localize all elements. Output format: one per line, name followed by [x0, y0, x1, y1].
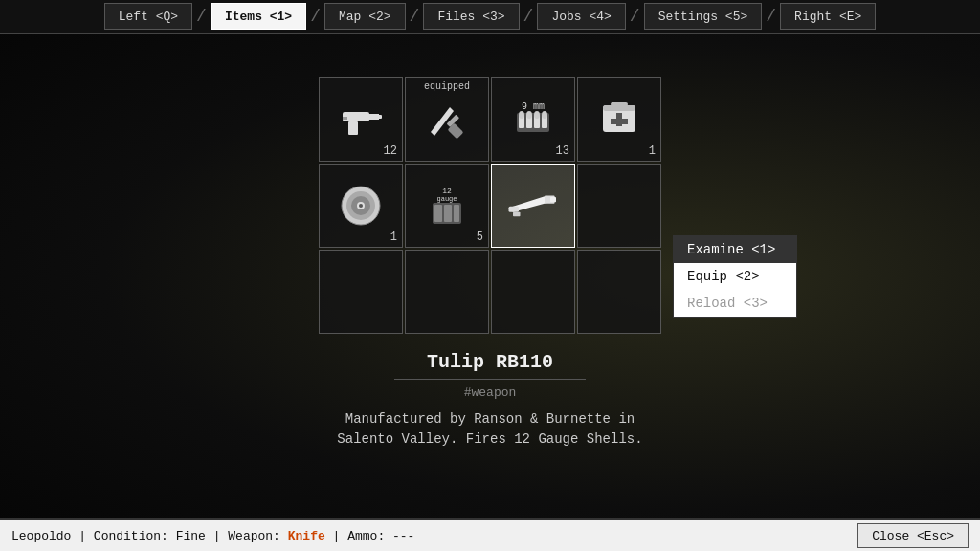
weapon-label: Weapon: [228, 529, 287, 543]
inventory-cell-5[interactable]: 12 gauge 5 [405, 164, 489, 248]
inventory-cell-6[interactable] [491, 164, 575, 248]
separator-1: | [78, 529, 94, 543]
shotgun-icon [507, 180, 559, 231]
close-button[interactable]: Close <Esc> [858, 523, 969, 548]
svg-rect-38 [550, 197, 556, 202]
character-name: Leopoldo [11, 529, 71, 543]
nav-sep-5: / [626, 8, 644, 25]
inventory-container: 12 equipped 9 mm [0, 34, 980, 518]
context-equip[interactable]: Equip <2> [674, 263, 796, 290]
svg-point-27 [359, 204, 363, 208]
ammo-value: --- [392, 529, 414, 543]
pistol-icon [335, 94, 387, 145]
nav-item-right[interactable]: Right <E> [780, 0, 876, 33]
equipped-label: equipped [424, 81, 470, 92]
context-reload: Reload <3> [674, 290, 796, 317]
svg-point-17 [542, 111, 547, 119]
knife-icon [421, 94, 473, 145]
nav-btn-map[interactable]: Map <2> [324, 3, 406, 30]
status-text: Leopoldo | Condition: Fine | Weapon: Kni… [11, 529, 414, 543]
inventory-cell-8[interactable] [319, 250, 403, 334]
inventory-cell-9[interactable] [405, 250, 489, 334]
nav-btn-items[interactable]: Items <1> [211, 3, 306, 30]
nav-sep-4: / [520, 8, 538, 25]
svg-rect-22 [611, 102, 628, 106]
svg-point-14 [519, 111, 524, 119]
svg-rect-21 [611, 119, 628, 124]
svg-text:9 mm: 9 mm [522, 101, 545, 112]
condition-label: Condition: [94, 529, 176, 543]
item-info: Tulip RB110 #weapon Manufactured by Rans… [318, 351, 662, 450]
cell-3-count: 1 [649, 144, 656, 158]
cd-icon [335, 180, 387, 231]
nav-item-jobs[interactable]: Jobs <4> [537, 0, 625, 33]
cell-4-count: 1 [390, 231, 397, 244]
nav-btn-files[interactable]: Files <3> [423, 3, 519, 30]
nav-item-map[interactable]: Map <2> [324, 0, 406, 33]
shells-icon: 12 gauge [421, 180, 473, 231]
separator-3: | [333, 529, 348, 543]
inventory-cell-1[interactable]: equipped [405, 77, 489, 162]
top-nav: Left <Q> / Items <1> / Map <2> / Files <… [0, 0, 980, 34]
nav-sep-2: / [306, 8, 324, 25]
nav-sep-3: / [406, 8, 424, 25]
item-name: Tulip RB110 [318, 351, 662, 373]
inventory-cell-7[interactable] [577, 164, 661, 248]
cell-5-count: 5 [477, 231, 483, 244]
inventory-cell-3[interactable]: 1 [577, 77, 661, 162]
nav-item-left[interactable]: Left <Q> [104, 0, 192, 33]
nav-btn-right[interactable]: Right <E> [780, 3, 876, 30]
svg-point-16 [534, 111, 540, 119]
item-divider [394, 379, 586, 380]
svg-rect-2 [348, 121, 358, 135]
ammo-9mm-icon: 9 mm [507, 94, 559, 145]
inventory-cell-0[interactable]: 12 [319, 77, 403, 162]
svg-rect-32 [444, 205, 452, 222]
svg-rect-31 [434, 205, 442, 222]
cell-2-count: 13 [556, 144, 569, 158]
item-description: Manufactured by Ranson & Burnette in Sal… [318, 409, 662, 450]
inventory-cell-2[interactable]: 9 mm 13 [491, 77, 575, 162]
nav-sep-6: / [762, 8, 780, 25]
svg-rect-3 [343, 117, 347, 120]
nav-btn-settings[interactable]: Settings <5> [644, 3, 763, 30]
nav-item-files[interactable]: Files <3> [423, 0, 519, 33]
separator-2: | [213, 529, 229, 543]
svg-rect-37 [513, 212, 521, 217]
cell-0-count: 12 [384, 144, 397, 158]
nav-sep-1: / [192, 8, 211, 25]
medkit-icon [593, 94, 645, 145]
bottom-status-bar: Leopoldo | Condition: Fine | Weapon: Kni… [0, 518, 980, 551]
svg-text:gauge: gauge [436, 195, 457, 203]
ammo-label: Ammo: [347, 529, 392, 543]
nav-btn-left[interactable]: Left <Q> [104, 3, 192, 30]
inventory-grid: 12 equipped 9 mm [319, 77, 661, 334]
nav-item-items[interactable]: Items <1> [211, 0, 306, 33]
svg-text:12: 12 [442, 187, 452, 195]
weapon-value: Knife [288, 529, 325, 543]
nav-item-settings[interactable]: Settings <5> [644, 0, 763, 33]
condition-value: Fine [176, 529, 206, 543]
inventory-cell-4[interactable]: 1 [319, 164, 403, 248]
svg-rect-33 [454, 205, 459, 222]
svg-rect-36 [509, 207, 520, 212]
item-tag: #weapon [318, 386, 662, 400]
svg-point-15 [526, 111, 532, 119]
svg-rect-1 [369, 114, 379, 120]
context-examine[interactable]: Examine <1> [674, 236, 796, 263]
inventory-cell-11[interactable] [577, 250, 661, 334]
context-menu: Examine <1> Equip <2> Reload <3> [673, 235, 797, 318]
inventory-cell-10[interactable] [491, 250, 575, 334]
nav-btn-jobs[interactable]: Jobs <4> [537, 3, 625, 30]
svg-rect-4 [378, 115, 382, 119]
